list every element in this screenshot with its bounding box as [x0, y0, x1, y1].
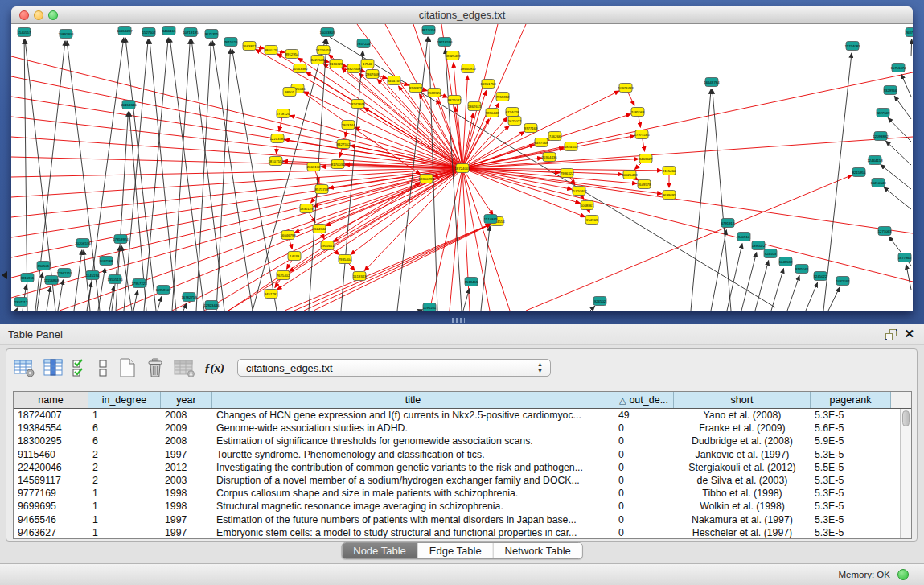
table-row[interactable]: 946362711997Embryonic stem cells: a mode…	[14, 526, 911, 539]
graph-node[interactable]: 7986322	[561, 169, 574, 178]
graph-node[interactable]: 12942757	[56, 269, 72, 278]
graph-node[interactable]: 1068861	[581, 201, 594, 210]
column-header-in-degree[interactable]: in_degree	[88, 392, 161, 408]
function-builder-icon[interactable]: ƒ(x)	[204, 361, 224, 375]
graph-node[interactable]: 850501	[37, 262, 50, 270]
graph-node[interactable]: 1619343	[353, 272, 367, 281]
graph-node[interactable]: 1588520	[428, 89, 441, 97]
float-panel-icon[interactable]	[885, 329, 897, 340]
table-scrollbar-thumb[interactable]	[902, 410, 910, 426]
graph-node[interactable]: 924503	[764, 249, 777, 258]
graph-node[interactable]: 7663822	[243, 42, 257, 51]
graph-node[interactable]: 10719195	[183, 28, 199, 37]
graph-node[interactable]: 16210643	[870, 179, 886, 187]
graph-node[interactable]: 9097588	[100, 257, 113, 266]
tab-network-table[interactable]: Network Table	[494, 543, 582, 558]
graph-node[interactable]: 20153346	[121, 101, 137, 109]
graph-node[interactable]: 16961758	[480, 80, 496, 89]
graph-node[interactable]: 8822037	[448, 96, 462, 105]
table-settings-icon[interactable]	[14, 358, 35, 378]
graph-node[interactable]: 7857224	[357, 39, 371, 48]
table-row[interactable]: 911546021997Tourette syndrome. Phenomeno…	[14, 448, 911, 461]
row-checks-icon[interactable]	[72, 358, 89, 378]
graph-node[interactable]: 9463627	[639, 154, 653, 163]
graph-node[interactable]: 8170031	[331, 160, 345, 169]
graph-node[interactable]: 924502	[593, 297, 606, 306]
graph-node[interactable]: 9146821	[409, 84, 423, 93]
graph-node[interactable]: 8466161	[162, 27, 176, 35]
graph-node[interactable]: 2718120	[277, 109, 290, 118]
graph-node[interactable]: 10958107	[155, 286, 171, 295]
graph-node[interactable]: 7935404	[339, 255, 352, 264]
graph-node[interactable]: 9777169	[524, 124, 538, 133]
split-divider-grip[interactable]	[452, 318, 465, 323]
graph-node[interactable]: 9671355	[205, 30, 219, 39]
graph-node[interactable]: 20206576	[75, 239, 91, 248]
graph-node[interactable]: 18107554	[268, 157, 284, 166]
new-document-icon[interactable]	[117, 357, 138, 378]
table-row[interactable]: 2242004622012Investigating the contribut…	[14, 461, 911, 474]
graph-node[interactable]: 17359924	[113, 235, 129, 244]
graph-node[interactable]: 15720407	[571, 187, 587, 196]
graph-node[interactable]: 18226058	[315, 46, 331, 55]
graph-node[interactable]: 746266	[548, 132, 561, 141]
graph-node[interactable]: 9227349	[877, 109, 890, 117]
graph-node[interactable]: 19218596	[437, 38, 453, 47]
graph-node[interactable]: 6734028	[506, 108, 519, 117]
graph-node[interactable]: 15751074	[890, 64, 906, 72]
graph-node[interactable]: 9699695	[663, 191, 676, 200]
graph-node[interactable]: 1540557	[18, 28, 31, 37]
graph-node[interactable]: 2063172	[307, 163, 321, 171]
graph-node[interactable]: 3915911	[21, 274, 35, 282]
graph-node[interactable]: 1145194	[86, 271, 100, 280]
table-row[interactable]: 969969511998Structural magnetic resonanc…	[14, 500, 911, 513]
network-canvas[interactable]: 1872400718325419186409101696175879558121…	[11, 24, 913, 311]
graph-node[interactable]: 16046798	[280, 231, 296, 240]
graph-node[interactable]: 15154083	[844, 42, 860, 51]
graph-node[interactable]: 9115460	[663, 167, 676, 175]
graph-node[interactable]: 9860128	[265, 46, 278, 55]
graph-node[interactable]: 7955812	[496, 93, 510, 101]
row-height-icon[interactable]	[97, 358, 109, 378]
graph-node[interactable]: 1518455	[465, 278, 478, 286]
graph-node[interactable]: 17957223	[131, 279, 147, 288]
column-header-pagerank[interactable]: pagerank	[811, 392, 891, 408]
graph-node[interactable]: 14039	[288, 252, 301, 261]
graph-node[interactable]: 16033809	[319, 28, 335, 37]
graph-node[interactable]: 9890448	[486, 109, 499, 117]
graph-node[interactable]: 20364436	[541, 153, 557, 162]
table-row[interactable]: 946554611997Estimation of the future num…	[14, 513, 911, 526]
collapse-left-panel-arrow-icon[interactable]	[2, 271, 7, 279]
graph-node[interactable]: 6497568	[535, 138, 548, 147]
memory-status-indicator-icon[interactable]	[897, 569, 909, 580]
graph-node[interactable]: 2803144	[342, 121, 355, 130]
delete-trash-icon[interactable]	[145, 357, 166, 378]
graph-node[interactable]: 8427508	[311, 56, 325, 64]
graph-node[interactable]: 1277063	[878, 227, 892, 236]
table-row[interactable]: 977716911998Corpus callosum shape and si…	[14, 487, 911, 500]
graph-node[interactable]: 1042032	[836, 277, 850, 286]
graph-node[interactable]: 9457791	[265, 290, 278, 299]
tab-node-table[interactable]: Node Table	[342, 543, 418, 558]
graph-node[interactable]: 7649578	[638, 180, 651, 189]
graph-node[interactable]: 1196101	[423, 303, 437, 312]
graph-node[interactable]: 8912954	[285, 50, 299, 59]
graph-node[interactable]: 7615526	[224, 38, 238, 47]
graph-node[interactable]: 1830129	[300, 204, 314, 213]
column-header-year[interactable]: year	[161, 392, 212, 408]
graph-node[interactable]: 2867608	[366, 70, 380, 79]
graph-node[interactable]: 940514	[737, 233, 750, 241]
graph-node[interactable]: 10653287	[117, 27, 133, 35]
table-row[interactable]: 1938455462009Genome-wide association stu…	[14, 422, 911, 435]
graph-node[interactable]: 11156869	[44, 276, 60, 285]
graph-node[interactable]: 7624542	[313, 225, 326, 233]
zoom-traffic-light-icon[interactable]	[48, 10, 58, 20]
table-row[interactable]: 1456911722003Disruption of a novel membe…	[14, 474, 911, 487]
graph-node[interactable]: 8573738	[315, 185, 329, 194]
graph-node[interactable]: 1677862	[898, 253, 912, 262]
graph-node[interactable]: 1621022	[508, 117, 522, 126]
graph-node[interactable]: 9329966	[884, 86, 897, 95]
graph-node[interactable]: 9745041	[795, 265, 809, 274]
graph-node[interactable]: 1514845	[484, 215, 498, 224]
graph-node[interactable]: 7625402	[277, 271, 290, 280]
